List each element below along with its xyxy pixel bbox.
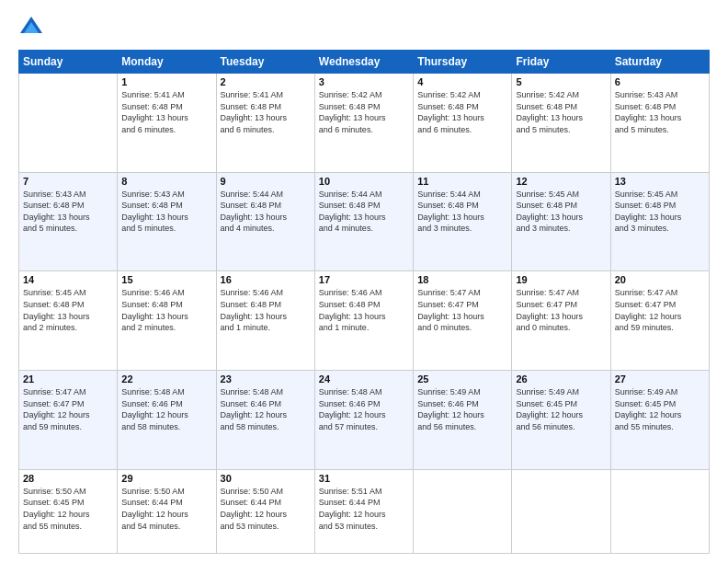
col-header-friday: Friday [512, 51, 610, 74]
day-number: 5 [516, 76, 606, 87]
day-number: 31 [319, 473, 409, 484]
calendar-cell [610, 469, 709, 553]
calendar-cell: 28Sunrise: 5:50 AM Sunset: 6:45 PM Dayli… [19, 469, 118, 553]
day-info: Sunrise: 5:48 AM Sunset: 6:46 PM Dayligh… [121, 386, 211, 432]
day-number: 29 [121, 473, 211, 484]
day-info: Sunrise: 5:45 AM Sunset: 6:48 PM Dayligh… [516, 189, 606, 235]
day-info: Sunrise: 5:41 AM Sunset: 6:48 PM Dayligh… [221, 89, 311, 135]
day-info: Sunrise: 5:47 AM Sunset: 6:47 PM Dayligh… [417, 287, 507, 333]
day-info: Sunrise: 5:44 AM Sunset: 6:48 PM Dayligh… [417, 189, 507, 235]
day-info: Sunrise: 5:49 AM Sunset: 6:45 PM Dayligh… [615, 386, 705, 432]
day-number: 10 [319, 176, 409, 187]
day-info: Sunrise: 5:46 AM Sunset: 6:48 PM Dayligh… [319, 287, 409, 333]
day-number: 12 [516, 176, 606, 187]
day-number: 11 [417, 176, 507, 187]
day-info: Sunrise: 5:48 AM Sunset: 6:46 PM Dayligh… [221, 386, 311, 432]
calendar-cell: 26Sunrise: 5:49 AM Sunset: 6:45 PM Dayli… [512, 371, 610, 470]
calendar-cell [512, 469, 610, 553]
day-info: Sunrise: 5:42 AM Sunset: 6:48 PM Dayligh… [516, 89, 606, 135]
logo-icon [18, 15, 44, 40]
day-number: 16 [221, 274, 311, 285]
calendar-cell [414, 469, 512, 553]
calendar-cell: 29Sunrise: 5:50 AM Sunset: 6:44 PM Dayli… [118, 469, 216, 553]
day-number: 24 [319, 373, 409, 385]
calendar-header-row: SundayMondayTuesdayWednesdayThursdayFrid… [19, 51, 710, 74]
day-info: Sunrise: 5:47 AM Sunset: 6:47 PM Dayligh… [516, 287, 606, 333]
day-number: 13 [615, 176, 705, 187]
day-number: 28 [23, 473, 113, 484]
day-info: Sunrise: 5:45 AM Sunset: 6:48 PM Dayligh… [23, 287, 113, 333]
day-info: Sunrise: 5:41 AM Sunset: 6:48 PM Dayligh… [121, 89, 211, 135]
day-info: Sunrise: 5:50 AM Sunset: 6:44 PM Dayligh… [221, 486, 311, 532]
day-info: Sunrise: 5:49 AM Sunset: 6:45 PM Dayligh… [516, 386, 606, 432]
day-number: 17 [319, 274, 409, 285]
day-info: Sunrise: 5:49 AM Sunset: 6:46 PM Dayligh… [417, 386, 507, 432]
day-number: 3 [319, 76, 409, 87]
calendar-cell: 14Sunrise: 5:45 AM Sunset: 6:48 PM Dayli… [19, 271, 118, 371]
col-header-saturday: Saturday [610, 51, 709, 74]
day-info: Sunrise: 5:44 AM Sunset: 6:48 PM Dayligh… [319, 189, 409, 235]
day-number: 18 [417, 274, 507, 285]
calendar-week-row: 21Sunrise: 5:47 AM Sunset: 6:47 PM Dayli… [19, 371, 710, 470]
day-number: 20 [615, 274, 705, 285]
page: SundayMondayTuesdayWednesdayThursdayFrid… [0, 0, 728, 563]
calendar: SundayMondayTuesdayWednesdayThursdayFrid… [18, 50, 710, 554]
day-number: 6 [615, 76, 705, 87]
day-info: Sunrise: 5:45 AM Sunset: 6:48 PM Dayligh… [615, 189, 705, 235]
day-number: 23 [221, 373, 311, 385]
day-info: Sunrise: 5:50 AM Sunset: 6:45 PM Dayligh… [23, 486, 113, 532]
day-info: Sunrise: 5:47 AM Sunset: 6:47 PM Dayligh… [23, 386, 113, 432]
day-number: 19 [516, 274, 606, 285]
col-header-thursday: Thursday [414, 51, 512, 74]
calendar-cell: 13Sunrise: 5:45 AM Sunset: 6:48 PM Dayli… [610, 172, 709, 271]
day-info: Sunrise: 5:42 AM Sunset: 6:48 PM Dayligh… [417, 89, 507, 135]
day-info: Sunrise: 5:42 AM Sunset: 6:48 PM Dayligh… [319, 89, 409, 135]
day-number: 14 [23, 274, 113, 285]
calendar-cell: 9Sunrise: 5:44 AM Sunset: 6:48 PM Daylig… [216, 172, 314, 271]
calendar-cell: 4Sunrise: 5:42 AM Sunset: 6:48 PM Daylig… [414, 74, 512, 173]
day-info: Sunrise: 5:50 AM Sunset: 6:44 PM Dayligh… [121, 486, 211, 532]
day-number: 26 [516, 373, 606, 385]
calendar-cell: 18Sunrise: 5:47 AM Sunset: 6:47 PM Dayli… [414, 271, 512, 371]
day-info: Sunrise: 5:47 AM Sunset: 6:47 PM Dayligh… [615, 287, 705, 333]
calendar-cell: 19Sunrise: 5:47 AM Sunset: 6:47 PM Dayli… [512, 271, 610, 371]
calendar-cell: 10Sunrise: 5:44 AM Sunset: 6:48 PM Dayli… [314, 172, 413, 271]
calendar-cell: 16Sunrise: 5:46 AM Sunset: 6:48 PM Dayli… [216, 271, 314, 371]
calendar-cell: 23Sunrise: 5:48 AM Sunset: 6:46 PM Dayli… [216, 371, 314, 470]
calendar-cell: 7Sunrise: 5:43 AM Sunset: 6:48 PM Daylig… [19, 172, 118, 271]
day-number: 1 [121, 76, 211, 87]
calendar-cell: 15Sunrise: 5:46 AM Sunset: 6:48 PM Dayli… [118, 271, 216, 371]
calendar-cell: 17Sunrise: 5:46 AM Sunset: 6:48 PM Dayli… [314, 271, 413, 371]
calendar-cell: 22Sunrise: 5:48 AM Sunset: 6:46 PM Dayli… [118, 371, 216, 470]
calendar-week-row: 14Sunrise: 5:45 AM Sunset: 6:48 PM Dayli… [19, 271, 710, 371]
calendar-week-row: 7Sunrise: 5:43 AM Sunset: 6:48 PM Daylig… [19, 172, 710, 271]
day-info: Sunrise: 5:43 AM Sunset: 6:48 PM Dayligh… [23, 189, 113, 235]
calendar-cell: 25Sunrise: 5:49 AM Sunset: 6:46 PM Dayli… [414, 371, 512, 470]
calendar-cell: 11Sunrise: 5:44 AM Sunset: 6:48 PM Dayli… [414, 172, 512, 271]
day-info: Sunrise: 5:51 AM Sunset: 6:44 PM Dayligh… [319, 486, 409, 532]
day-info: Sunrise: 5:46 AM Sunset: 6:48 PM Dayligh… [221, 287, 311, 333]
day-number: 21 [23, 373, 113, 385]
day-number: 30 [221, 473, 311, 484]
calendar-cell: 27Sunrise: 5:49 AM Sunset: 6:45 PM Dayli… [610, 371, 709, 470]
calendar-week-row: 1Sunrise: 5:41 AM Sunset: 6:48 PM Daylig… [19, 74, 710, 173]
calendar-cell: 30Sunrise: 5:50 AM Sunset: 6:44 PM Dayli… [216, 469, 314, 553]
day-number: 4 [417, 76, 507, 87]
col-header-sunday: Sunday [19, 51, 118, 74]
day-info: Sunrise: 5:43 AM Sunset: 6:48 PM Dayligh… [615, 89, 705, 135]
calendar-cell: 1Sunrise: 5:41 AM Sunset: 6:48 PM Daylig… [118, 74, 216, 173]
col-header-tuesday: Tuesday [216, 51, 314, 74]
calendar-cell: 6Sunrise: 5:43 AM Sunset: 6:48 PM Daylig… [610, 74, 709, 173]
day-info: Sunrise: 5:43 AM Sunset: 6:48 PM Dayligh… [121, 189, 211, 235]
calendar-week-row: 28Sunrise: 5:50 AM Sunset: 6:45 PM Dayli… [19, 469, 710, 553]
day-number: 25 [417, 373, 507, 385]
logo [18, 15, 48, 40]
calendar-cell: 8Sunrise: 5:43 AM Sunset: 6:48 PM Daylig… [118, 172, 216, 271]
calendar-cell [19, 74, 118, 173]
calendar-cell: 31Sunrise: 5:51 AM Sunset: 6:44 PM Dayli… [314, 469, 413, 553]
header [18, 15, 710, 40]
day-number: 7 [23, 176, 113, 187]
calendar-cell: 21Sunrise: 5:47 AM Sunset: 6:47 PM Dayli… [19, 371, 118, 470]
day-info: Sunrise: 5:48 AM Sunset: 6:46 PM Dayligh… [319, 386, 409, 432]
calendar-cell: 20Sunrise: 5:47 AM Sunset: 6:47 PM Dayli… [610, 271, 709, 371]
